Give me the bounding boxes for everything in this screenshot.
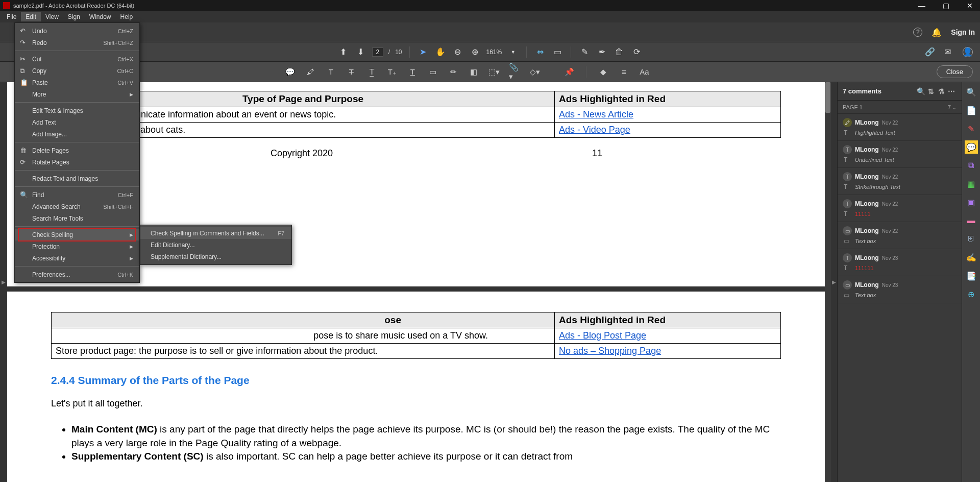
zoom-value[interactable]: 161%: [486, 49, 502, 56]
search-comments-icon[interactable]: 🔍: [916, 87, 926, 95]
edit-menu-item-search-more-tools[interactable]: Search More Tools: [15, 212, 139, 224]
zoom-out-icon[interactable]: ⊖: [452, 46, 464, 58]
mail-icon[interactable]: ✉: [941, 46, 953, 58]
maximize-button[interactable]: ▢: [939, 2, 953, 10]
edit-menu-item-redact-text-and-images[interactable]: Redact Text and Images: [15, 173, 139, 184]
menu-edit[interactable]: Edit: [21, 12, 41, 21]
left-panel-collapsed[interactable]: ▶: [0, 82, 7, 482]
edit-menu-item-protection[interactable]: Protection▶: [15, 240, 139, 252]
trash-icon[interactable]: 🗑: [613, 46, 625, 58]
close-button[interactable]: Close: [937, 65, 973, 78]
textbox-icon[interactable]: ▭: [427, 66, 438, 78]
doc-link[interactable]: No ads – Shopping Page: [559, 346, 661, 356]
page-down-icon[interactable]: ⬇: [355, 46, 367, 58]
erase-icon[interactable]: ✎: [578, 46, 591, 58]
edit-menu-item-paste[interactable]: 📋PasteCtrl+V: [15, 77, 139, 88]
cursor-icon[interactable]: ➤: [417, 46, 429, 58]
submenu-item-supplemental-dictionary-[interactable]: Supplemental Dictionary...: [140, 251, 291, 262]
comment-item[interactable]: TMLoongNov 22TStrikethrough Text: [838, 168, 962, 195]
comment-item[interactable]: TMLoongNov 23T111111: [838, 249, 962, 276]
signin-button[interactable]: Sign In: [951, 28, 975, 36]
attach-icon[interactable]: 📎▾: [509, 66, 520, 78]
avatar-icon[interactable]: 👤: [963, 47, 973, 57]
edit-menu-item-rotate-pages[interactable]: ⟳Rotate Pages: [15, 156, 139, 168]
filter-comments-icon[interactable]: ⚗: [936, 87, 946, 95]
font-icon[interactable]: Aa: [639, 66, 650, 78]
eraser-icon[interactable]: ◧: [468, 66, 479, 78]
right-panel-toggle[interactable]: ▶: [831, 82, 837, 482]
rail-more-icon[interactable]: ⊕: [965, 287, 978, 301]
edit-menu-item-undo[interactable]: ↶UndoCtrl+Z: [15, 25, 139, 37]
shapes-icon[interactable]: ◇▾: [529, 66, 541, 78]
edit-menu-item-check-spelling[interactable]: Check Spelling▶: [15, 229, 139, 240]
zoom-dropdown-icon[interactable]: ▼: [507, 46, 519, 58]
comment-item[interactable]: 🖍MLoongNov 22THighlighted Text: [838, 114, 962, 141]
strikethrough-icon[interactable]: T: [346, 66, 357, 78]
comments-page-label[interactable]: PAGE 1 7 ⌄: [838, 101, 962, 114]
rail-export-icon[interactable]: 📄: [965, 104, 978, 117]
edit-menu-item-cut[interactable]: ✂CutCtrl+X: [15, 53, 139, 65]
minimize-button[interactable]: —: [914, 2, 929, 10]
stamp-icon[interactable]: ⬚▾: [488, 66, 500, 78]
link-icon[interactable]: 🔗: [924, 46, 936, 58]
bell-icon[interactable]: 🔔: [932, 28, 942, 37]
rail-fill-icon[interactable]: ✍: [965, 251, 978, 264]
rail-comment-icon[interactable]: 💬: [965, 140, 978, 154]
rail-protect-icon[interactable]: ⛨: [965, 232, 978, 246]
rail-compress-icon[interactable]: ▦: [965, 177, 978, 190]
edit-menu-item-copy[interactable]: ⧉CopyCtrl+C: [15, 65, 139, 77]
pencil-icon[interactable]: ✏: [448, 66, 459, 78]
menu-view[interactable]: View: [41, 12, 63, 21]
page-number-input[interactable]: [372, 47, 383, 57]
doc-link[interactable]: Ads - Video Page: [559, 125, 630, 135]
sort-comments-icon[interactable]: ⇅: [926, 87, 936, 95]
rail-combine-icon[interactable]: ▣: [965, 196, 978, 209]
help-icon[interactable]: ?: [913, 28, 922, 37]
edit-menu-item-find[interactable]: 🔍FindCtrl+F: [15, 189, 139, 201]
fit-width-icon[interactable]: ⇔: [534, 46, 546, 58]
edit-menu-item-preferences-[interactable]: Preferences...Ctrl+K: [15, 269, 139, 280]
close-window-button[interactable]: ✕: [963, 2, 977, 10]
fill-icon[interactable]: ◆: [598, 66, 609, 78]
comment-icon[interactable]: 💬: [284, 66, 296, 78]
fit-page-icon[interactable]: ▭: [551, 46, 564, 58]
menu-help[interactable]: Help: [116, 12, 138, 21]
refresh-icon[interactable]: ⟳: [630, 46, 643, 58]
comment-item[interactable]: TMLoongNov 22T11111: [838, 195, 962, 222]
doc-link[interactable]: Ads - News Article: [559, 109, 633, 119]
submenu-item-edit-dictionary-[interactable]: Edit Dictionary...: [140, 239, 291, 251]
sign-icon[interactable]: ✒: [596, 46, 608, 58]
scrollbar-thumb[interactable]: [825, 82, 830, 113]
menu-sign[interactable]: Sign: [63, 12, 85, 21]
line-weight-icon[interactable]: ≡: [618, 66, 629, 78]
menu-window[interactable]: Window: [85, 12, 116, 21]
edit-menu-item-add-text[interactable]: Add Text: [15, 116, 139, 128]
doc-link[interactable]: Ads - Blog Post Page: [559, 330, 646, 341]
text-icon[interactable]: T: [325, 66, 336, 78]
edit-menu-item-delete-pages[interactable]: 🗑Delete Pages: [15, 144, 139, 156]
submenu-item-check-spelling-in-comments-and-fields-[interactable]: Check Spelling in Comments and Fields...…: [140, 227, 291, 239]
edit-menu-item-more[interactable]: More▶: [15, 88, 139, 100]
replace-text-icon[interactable]: T₊: [386, 66, 398, 78]
expand-left-icon[interactable]: ▶: [2, 279, 6, 285]
page-up-icon[interactable]: ⬆: [337, 46, 350, 58]
comment-item[interactable]: ▭MLoongNov 22▭Text box: [838, 222, 962, 249]
pin-icon[interactable]: 📌: [564, 66, 575, 78]
edit-menu-item-add-image-[interactable]: Add Image...: [15, 128, 139, 140]
edit-menu-item-advanced-search[interactable]: Advanced SearchShift+Ctrl+F: [15, 201, 139, 212]
rail-edit-icon[interactable]: ✎: [965, 122, 978, 135]
rail-organize-icon[interactable]: ⧉: [965, 159, 978, 172]
rail-search-icon[interactable]: 🔍: [965, 85, 978, 99]
insert-text-icon[interactable]: T̲: [366, 66, 377, 78]
more-comments-icon[interactable]: ⋯: [946, 87, 957, 95]
underline-icon[interactable]: T: [407, 66, 418, 78]
menu-file[interactable]: File: [2, 12, 21, 21]
hand-icon[interactable]: ✋: [434, 46, 447, 58]
edit-menu-item-accessibility[interactable]: Accessibility▶: [15, 252, 139, 264]
edit-menu-item-edit-text-images[interactable]: Edit Text & Images: [15, 105, 139, 116]
document-scrollbar[interactable]: [825, 82, 831, 482]
comment-item[interactable]: ▭MLoongNov 23▭Text box: [838, 276, 962, 303]
rail-redact-icon[interactable]: ▬: [965, 214, 978, 227]
highlight-icon[interactable]: 🖍: [305, 66, 316, 78]
comment-item[interactable]: TMLoongNov 22TUnderlined Text: [838, 141, 962, 168]
